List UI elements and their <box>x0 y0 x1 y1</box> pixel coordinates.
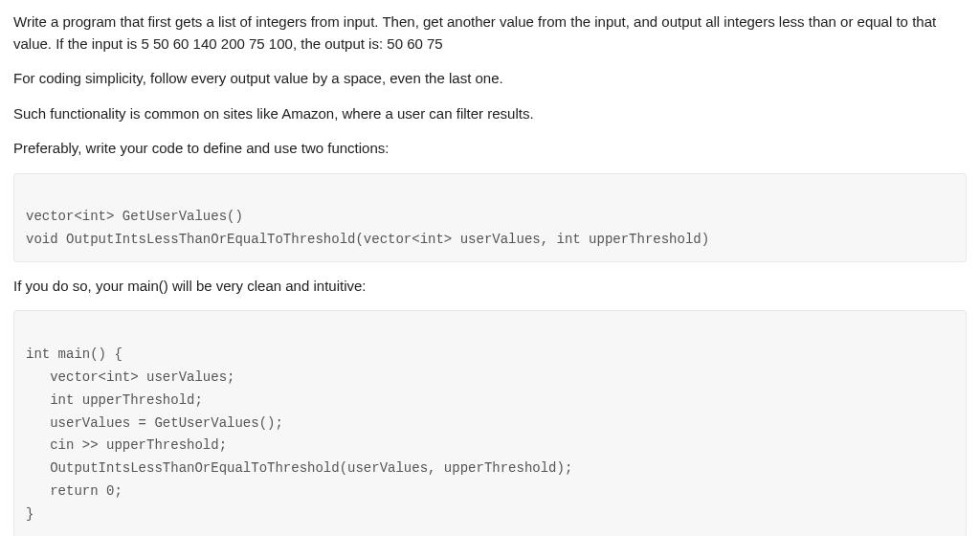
code-line: vector<int> GetUserValues() <box>26 206 954 229</box>
code-line: cin >> upperThreshold; <box>26 435 954 458</box>
problem-paragraph-1: Write a program that first gets a list o… <box>13 11 967 55</box>
middle-paragraph: If you do so, your main() will be very c… <box>13 276 967 298</box>
code-line: return 0; <box>26 480 954 503</box>
code-line: int upperThreshold; <box>26 390 954 413</box>
problem-paragraph-2: For coding simplicity, follow every outp… <box>13 68 967 90</box>
code-line: void OutputIntsLessThanOrEqualToThreshol… <box>26 229 954 252</box>
code-line: userValues = GetUserValues(); <box>26 413 954 436</box>
code-block-signatures: vector<int> GetUserValues()void OutputIn… <box>13 173 967 262</box>
code-line: } <box>26 503 954 526</box>
code-line: int main() { <box>26 344 954 367</box>
code-line: OutputIntsLessThanOrEqualToThreshold(use… <box>26 458 954 480</box>
problem-paragraph-4: Preferably, write your code to define an… <box>13 138 967 160</box>
problem-paragraph-3: Such functionality is common on sites li… <box>13 103 967 125</box>
code-line: vector<int> userValues; <box>26 367 954 390</box>
code-block-main: int main() { vector<int> userValues; int… <box>13 310 967 536</box>
